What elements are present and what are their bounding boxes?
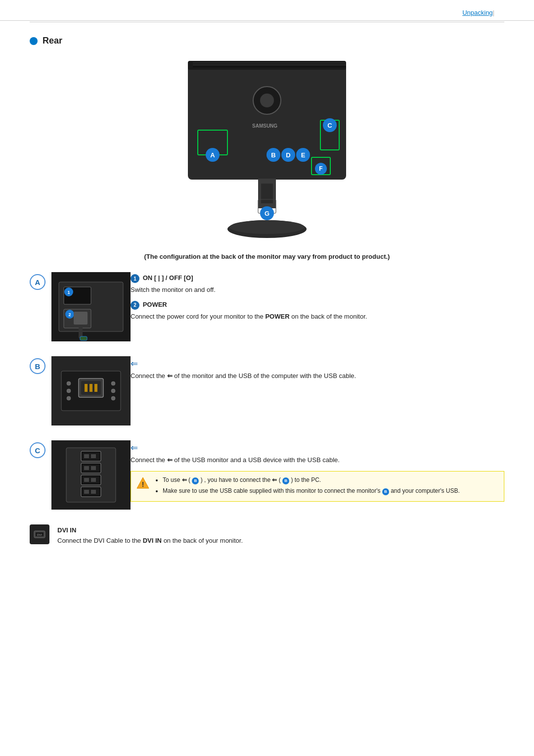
svg-text:E: E <box>301 151 306 159</box>
svg-rect-63 <box>91 466 96 470</box>
detail-row-c: C <box>30 440 504 510</box>
config-note: (The configuration at the back of the mo… <box>30 253 504 260</box>
warning-icon: ! <box>136 476 150 490</box>
svg-point-53 <box>111 396 115 400</box>
num-badge-2: 2 <box>131 301 139 310</box>
svg-rect-59 <box>91 454 96 458</box>
svg-point-52 <box>111 389 115 393</box>
monitor-rear-svg: SAMSUNG A B D E C <box>178 56 356 244</box>
svg-rect-58 <box>84 454 89 458</box>
item2-desc: Connect the power cord for your monitor … <box>131 312 504 322</box>
svg-text:A: A <box>210 151 215 159</box>
svg-rect-66 <box>84 478 89 482</box>
detail-row-a: A 1 2 <box>30 272 504 341</box>
svg-text:!: ! <box>142 480 144 488</box>
usb-icon-b: ⇐ <box>131 358 504 369</box>
item1-desc: Switch the monitor on and off. <box>131 285 504 295</box>
item-b-desc: Connect the ⇐ of the monitor and the USB… <box>131 371 504 381</box>
top-navigation: Unpacking | <box>0 0 534 21</box>
usb-icon-c: ⇐ <box>131 442 504 453</box>
item1-title: 1 ON [ | ] / OFF [O] <box>131 274 504 283</box>
svg-rect-40 <box>80 336 87 340</box>
item-c-desc: Connect the ⇐ of the USB monitor and a U… <box>131 455 504 465</box>
detail-text-dvi: DVI IN Connect the DVI Cable to the DVI … <box>57 524 504 546</box>
monitor-image-container: SAMSUNG A B D E C <box>30 56 504 244</box>
svg-rect-47 <box>94 384 97 392</box>
label-a-circle: A <box>30 274 45 290</box>
detail-row-b: B ⇐ <box>30 356 504 425</box>
num-badge-1: 1 <box>131 274 139 283</box>
svg-rect-1 <box>188 61 346 70</box>
dvi-desc: Connect the DVI Cable to the DVI IN on t… <box>57 536 504 546</box>
detail-text-b: ⇐ Connect the ⇐ of the monitor and the U… <box>131 356 504 381</box>
svg-point-50 <box>67 396 71 400</box>
svg-rect-38 <box>74 312 88 325</box>
svg-text:B: B <box>271 151 275 159</box>
svg-text:DVI: DVI <box>37 533 42 536</box>
svg-point-48 <box>67 381 71 385</box>
svg-point-6 <box>260 94 274 107</box>
detail-text-c: ⇐ Connect the ⇐ of the USB monitor and a… <box>131 440 504 502</box>
dvi-title: DVI IN <box>57 526 504 534</box>
svg-rect-71 <box>91 490 96 494</box>
nav-unpacking[interactable]: Unpacking <box>462 9 492 16</box>
connector-image-c <box>51 440 131 510</box>
svg-text:F: F <box>319 165 322 172</box>
item2-title: 2 POWER <box>131 301 504 310</box>
label-c-circle: C <box>30 442 45 458</box>
svg-rect-70 <box>84 490 89 494</box>
connector-image-a: 1 2 <box>51 272 131 341</box>
svg-text:G: G <box>265 210 269 217</box>
dvi-row: DVI DVI IN Connect the DVI Cable to the … <box>30 524 504 546</box>
svg-text:2: 2 <box>68 312 71 317</box>
section-header: Rear <box>30 36 504 46</box>
monitor-rear-image: SAMSUNG A B D E C <box>178 56 356 244</box>
svg-text:D: D <box>286 151 290 159</box>
svg-text:C: C <box>327 122 332 129</box>
svg-rect-24 <box>261 184 273 203</box>
label-b-circle: B <box>30 358 45 374</box>
connector-image-b <box>51 356 131 425</box>
svg-rect-62 <box>84 466 89 470</box>
section-title: Rear <box>43 36 62 46</box>
warning-text: To use ⇐ ( B ) , you have to connect the… <box>155 475 460 497</box>
svg-point-51 <box>111 381 115 385</box>
nav-separator: | <box>493 9 494 16</box>
svg-text:1: 1 <box>67 290 70 295</box>
svg-rect-46 <box>89 384 92 392</box>
svg-text:SAMSUNG: SAMSUNG <box>252 123 277 129</box>
svg-point-26 <box>229 220 305 234</box>
svg-rect-45 <box>85 384 88 392</box>
bullet-dot-icon <box>30 37 38 45</box>
warning-box-c: ! To use ⇐ ( B ) , you have to connect t… <box>131 471 504 502</box>
dvi-icon: DVI <box>30 524 49 544</box>
svg-point-49 <box>67 389 71 393</box>
svg-rect-67 <box>91 478 96 482</box>
detail-text-a: 1 ON [ | ] / OFF [O] Switch the monitor … <box>131 272 504 321</box>
page-content: Rear SAMSUNG A <box>0 21 534 580</box>
